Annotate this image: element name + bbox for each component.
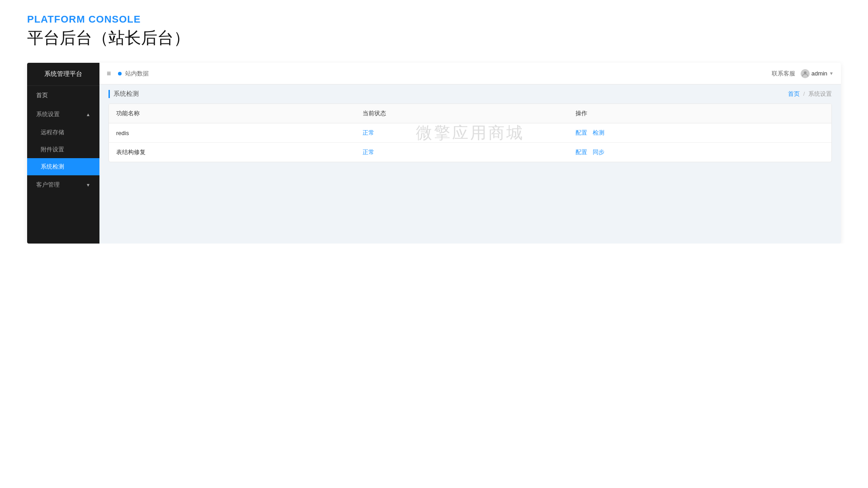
sidebar-item-system-settings-label: 系统设置 — [36, 110, 60, 118]
row-1-status: 正常 — [355, 123, 569, 143]
row-2-config-link[interactable]: 配置 — [576, 149, 587, 155]
row-1-actions: 配置 检测 — [568, 123, 831, 143]
svg-point-0 — [804, 71, 807, 74]
customer-management-chevron-down-icon — [86, 183, 90, 188]
sidebar-item-system-check-label: 系统检测 — [41, 163, 64, 170]
topbar: ≡ 站内数据 联系客服 admin ▼ — [99, 63, 841, 84]
admin-avatar-icon — [801, 69, 810, 78]
page-header: PLATFORM CONSOLE 平台后台（站长后台） — [0, 0, 868, 58]
topbar-admin-menu[interactable]: admin ▼ — [801, 69, 834, 78]
sidebar-item-home[interactable]: 首页 — [27, 86, 99, 105]
sidebar-item-remote-storage-label: 远程存储 — [41, 129, 64, 136]
sidebar-item-remote-storage[interactable]: 远程存储 — [27, 124, 99, 141]
sidebar-brand: 系统管理平台 — [27, 63, 99, 86]
topbar-right: 联系客服 admin ▼ — [772, 69, 834, 78]
table-row: 表结构修复 正常 配置 同步 — [109, 143, 831, 162]
col-status: 当前状态 — [355, 104, 569, 123]
breadcrumb-separator: / — [803, 90, 805, 97]
table-container: 功能名称 当前状态 操作 redis 正常 — [108, 103, 832, 162]
table-header-row: 功能名称 当前状态 操作 — [109, 104, 831, 123]
menu-icon[interactable]: ≡ — [107, 70, 111, 78]
dot-icon — [118, 72, 122, 75]
platform-title-en: PLATFORM CONSOLE — [27, 14, 841, 25]
platform-title-zh: 平台后台（站长后台） — [27, 27, 841, 49]
row-2-status-badge: 正常 — [363, 149, 374, 155]
page-breadcrumb-bar: 系统检测 首页 / 系统设置 — [108, 90, 832, 98]
breadcrumb-path: 首页 / 系统设置 — [788, 90, 832, 98]
topbar-breadcrumb-label: 站内数据 — [125, 70, 149, 78]
row-2-func-name: 表结构修复 — [109, 143, 355, 162]
breadcrumb-home-link[interactable]: 首页 — [788, 90, 800, 97]
system-settings-chevron-up-icon — [86, 112, 90, 117]
main-layout: 系统管理平台 首页 系统设置 远程存储 附件设置 系统检测 客户管理 — [27, 63, 841, 244]
row-2-status: 正常 — [355, 143, 569, 162]
row-2-sync-link[interactable]: 同步 — [593, 149, 604, 155]
col-func-name: 功能名称 — [109, 104, 355, 123]
table-wrapper: 功能名称 当前状态 操作 redis 正常 — [108, 103, 832, 162]
topbar-support-link[interactable]: 联系客服 — [772, 70, 795, 78]
sidebar-item-home-label: 首页 — [36, 91, 48, 99]
table-row: redis 正常 配置 检测 — [109, 123, 831, 143]
page-content: 系统检测 首页 / 系统设置 功能名称 当前状态 操作 — [99, 84, 841, 244]
row-1-status-badge: 正常 — [363, 129, 374, 136]
section-title: 系统检测 — [108, 90, 139, 98]
row-1-detect-link[interactable]: 检测 — [593, 129, 604, 136]
row-2-actions: 配置 同步 — [568, 143, 831, 162]
topbar-breadcrumb: 站内数据 — [118, 70, 149, 78]
sidebar-item-attachment-settings-label: 附件设置 — [41, 146, 64, 153]
sidebar-item-attachment-settings[interactable]: 附件设置 — [27, 141, 99, 158]
table-header: 功能名称 当前状态 操作 — [109, 104, 831, 123]
system-check-table: 功能名称 当前状态 操作 redis 正常 — [109, 104, 831, 162]
admin-dropdown-icon: ▼ — [829, 71, 834, 76]
table-body: redis 正常 配置 检测 表结构修复 — [109, 123, 831, 162]
sidebar-item-system-check[interactable]: 系统检测 — [27, 158, 99, 175]
row-1-func-name: redis — [109, 123, 355, 143]
sidebar-item-customer-management-label: 客户管理 — [36, 181, 60, 189]
sidebar-item-system-settings[interactable]: 系统设置 — [27, 105, 99, 124]
breadcrumb-current: 系统设置 — [808, 90, 832, 97]
topbar-left: ≡ 站内数据 — [107, 70, 149, 78]
sidebar: 系统管理平台 首页 系统设置 远程存储 附件设置 系统检测 客户管理 — [27, 63, 99, 244]
sidebar-nav: 首页 系统设置 远程存储 附件设置 系统检测 客户管理 — [27, 86, 99, 244]
col-action: 操作 — [568, 104, 831, 123]
admin-label: admin — [811, 70, 827, 77]
content-area: ≡ 站内数据 联系客服 admin ▼ — [99, 63, 841, 244]
row-1-config-link[interactable]: 配置 — [576, 129, 587, 136]
sidebar-item-customer-management[interactable]: 客户管理 — [27, 175, 99, 194]
